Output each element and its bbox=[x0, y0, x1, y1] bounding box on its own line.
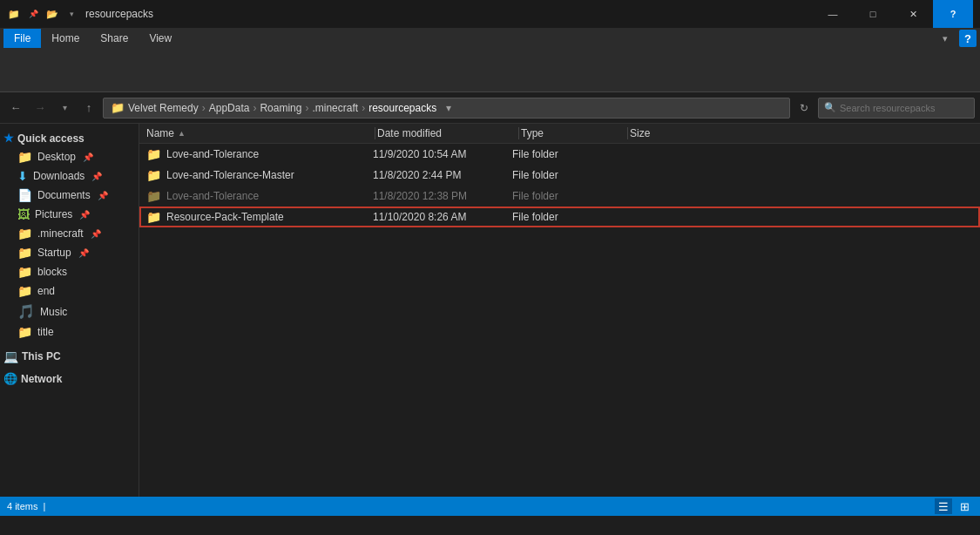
tab-share[interactable]: Share bbox=[90, 29, 139, 48]
sidebar-item-music[interactable]: 🎵 Music bbox=[0, 301, 139, 322]
sidebar-label-pictures: Pictures bbox=[35, 208, 72, 220]
refresh-button[interactable]: ↻ bbox=[794, 98, 814, 119]
address-dropdown-btn[interactable]: ▾ bbox=[440, 98, 457, 119]
sidebar-item-minecraft[interactable]: 📁 .minecraft 📌 bbox=[0, 224, 139, 243]
sidebar-section-network[interactable]: 🌐 Network bbox=[0, 368, 139, 388]
file-name-3: Resource-Pack-Template bbox=[166, 211, 284, 223]
sidebar-section-this-pc[interactable]: 💻 This PC bbox=[0, 345, 139, 366]
pic-icon: 🖼 bbox=[17, 207, 30, 221]
path-segment-2: AppData bbox=[209, 102, 250, 114]
path-icon: 📁 bbox=[111, 101, 125, 114]
col-divider-3 bbox=[627, 127, 628, 139]
address-bar: ← → ▾ ↑ 📁 Velvet Remedy › AppData › Roam… bbox=[0, 92, 980, 124]
file-name-cell-2: 📁 Love-and-Tolerance bbox=[146, 189, 373, 203]
sidebar-section-label-network: Network bbox=[21, 373, 62, 385]
pin-icon-startup: 📌 bbox=[78, 248, 89, 258]
table-row[interactable]: 📁 Love-and-Tolerance 11/9/2020 10:54 AM … bbox=[139, 144, 980, 165]
sidebar-item-downloads[interactable]: ⬇ Downloads 📌 bbox=[0, 166, 139, 186]
search-input[interactable] bbox=[840, 103, 969, 113]
ribbon-help-btn[interactable]: ? bbox=[959, 30, 977, 47]
table-row[interactable]: 📁 Love-and-Tolerance 11/8/2020 12:38 PM … bbox=[139, 186, 980, 207]
col-size-header[interactable]: Size bbox=[630, 127, 700, 139]
maximize-button[interactable]: □ bbox=[853, 0, 893, 28]
sidebar-label-desktop: Desktop bbox=[37, 151, 76, 163]
file-type-1: File folder bbox=[512, 169, 617, 181]
tab-home[interactable]: Home bbox=[41, 29, 90, 48]
pin-icon-downloads: 📌 bbox=[91, 172, 102, 181]
title-folder-icon: 📁 bbox=[17, 325, 32, 339]
search-box[interactable]: 🔍 bbox=[818, 98, 975, 119]
window-title: resourcepacks bbox=[85, 8, 813, 20]
col-name-label: Name bbox=[146, 127, 174, 139]
help-button[interactable]: ? bbox=[933, 0, 973, 28]
star-icon: ★ bbox=[3, 132, 14, 145]
table-row-highlighted[interactable]: 📁 Resource-Pack-Template 11/10/2020 8:26… bbox=[139, 207, 980, 227]
sidebar-label-music: Music bbox=[40, 306, 67, 318]
file-date-0: 11/9/2020 10:54 AM bbox=[373, 148, 512, 160]
pin-icon-pictures: 📌 bbox=[79, 210, 90, 220]
sidebar-label-startup: Startup bbox=[37, 247, 71, 259]
status-bar: 4 items | ☰ ⊞ bbox=[0, 497, 980, 516]
folder-icon-file-3: 📁 bbox=[146, 210, 161, 224]
table-row[interactable]: 📁 Love-and-Tolerance-Master 11/8/2020 2:… bbox=[139, 165, 980, 186]
minimize-button[interactable]: — bbox=[813, 0, 853, 28]
sidebar-section-quick-access[interactable]: ★ Quick access bbox=[0, 127, 139, 147]
sidebar: ★ Quick access 📁 Desktop 📌 ⬇ Downloads 📌… bbox=[0, 124, 139, 497]
tab-view[interactable]: View bbox=[139, 29, 182, 48]
download-icon: ⬇ bbox=[17, 169, 28, 183]
column-header: Name ▲ Date modified Type Size bbox=[139, 124, 980, 144]
forward-button[interactable]: → bbox=[30, 98, 51, 119]
file-name-1: Love-and-Tolerance-Master bbox=[166, 169, 294, 181]
sidebar-section-label-this-pc: This PC bbox=[22, 350, 61, 362]
folder-icon-desktop: 📁 bbox=[17, 150, 32, 164]
file-name-2: Love-and-Tolerance bbox=[166, 190, 259, 202]
pc-icon: 💻 bbox=[3, 349, 18, 363]
ribbon-expand-btn[interactable]: ▾ bbox=[935, 28, 956, 49]
sidebar-label-blocks: blocks bbox=[37, 266, 67, 278]
title-bar: 📁 📌 📂 ▾ resourcepacks — □ ✕ ? bbox=[0, 0, 980, 28]
pin-icon-minecraft: 📌 bbox=[91, 229, 101, 239]
sidebar-item-end[interactable]: 📁 end bbox=[0, 281, 139, 301]
up-button[interactable]: ↑ bbox=[78, 98, 99, 119]
sidebar-item-desktop[interactable]: 📁 Desktop 📌 bbox=[0, 147, 139, 166]
address-path[interactable]: 📁 Velvet Remedy › AppData › Roaming › .m… bbox=[103, 98, 790, 119]
file-name-cell-0: 📁 Love-and-Tolerance bbox=[146, 147, 373, 161]
sidebar-label-downloads: Downloads bbox=[33, 170, 84, 182]
sidebar-item-title[interactable]: 📁 title bbox=[0, 322, 139, 342]
file-area: Name ▲ Date modified Type Size 📁 Love-an… bbox=[139, 124, 980, 497]
view-tiles-button[interactable]: ⊞ bbox=[956, 498, 973, 514]
file-list: 📁 Love-and-Tolerance 11/9/2020 10:54 AM … bbox=[139, 144, 980, 497]
sidebar-label-end: end bbox=[37, 285, 55, 297]
sidebar-item-startup[interactable]: 📁 Startup 📌 bbox=[0, 243, 139, 262]
sidebar-label-minecraft: .minecraft bbox=[37, 227, 84, 240]
file-type-3: File folder bbox=[512, 211, 617, 223]
ribbon-tabs: File Home Share View ▾ ? bbox=[0, 28, 980, 49]
path-segment-4: .minecraft bbox=[312, 102, 358, 114]
folder-icon-tb: 📂 bbox=[45, 7, 59, 21]
back-button[interactable]: ← bbox=[5, 98, 26, 119]
window-icon: 📁 bbox=[7, 7, 21, 21]
view-details-button[interactable]: ☰ bbox=[935, 498, 952, 514]
end-folder-icon: 📁 bbox=[17, 284, 32, 298]
main-layout: ★ Quick access 📁 Desktop 📌 ⬇ Downloads 📌… bbox=[0, 124, 980, 497]
close-button[interactable]: ✕ bbox=[893, 0, 933, 28]
file-date-2: 11/8/2020 12:38 PM bbox=[373, 190, 512, 202]
status-divider: | bbox=[43, 501, 45, 511]
startup-folder-icon: 📁 bbox=[17, 246, 32, 260]
sidebar-item-blocks[interactable]: 📁 blocks bbox=[0, 262, 139, 281]
recent-button[interactable]: ▾ bbox=[54, 98, 75, 119]
file-name-0: Love-and-Tolerance bbox=[166, 148, 259, 160]
tab-file[interactable]: File bbox=[3, 29, 41, 48]
folder-icon-file-2: 📁 bbox=[146, 189, 161, 203]
search-icon: 🔍 bbox=[824, 102, 836, 113]
path-segment-1: Velvet Remedy bbox=[128, 102, 199, 114]
col-date-header[interactable]: Date modified bbox=[377, 127, 517, 139]
sidebar-item-documents[interactable]: 📄 Documents 📌 bbox=[0, 186, 139, 205]
col-name-header[interactable]: Name ▲ bbox=[146, 127, 373, 139]
sort-arrow-icon: ▲ bbox=[178, 129, 186, 138]
path-segment-5: resourcepacks bbox=[368, 102, 436, 114]
col-type-header[interactable]: Type bbox=[521, 127, 625, 139]
col-divider-1 bbox=[375, 127, 375, 139]
sidebar-item-pictures[interactable]: 🖼 Pictures 📌 bbox=[0, 205, 139, 224]
file-name-cell-1: 📁 Love-and-Tolerance-Master bbox=[146, 168, 373, 182]
